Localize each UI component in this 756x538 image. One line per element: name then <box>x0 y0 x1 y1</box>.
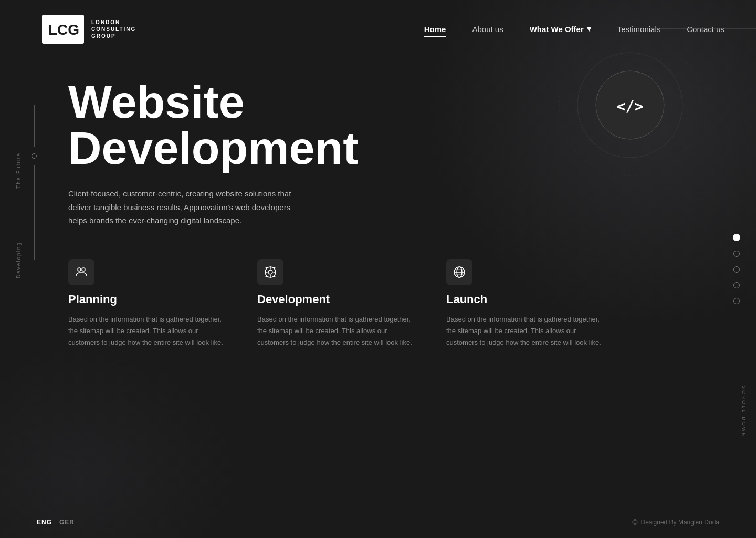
development-description: Based on the information that is gathere… <box>257 314 415 348</box>
sidebar-left: The Future Developing <box>32 105 37 260</box>
feature-development: Development Based on the information tha… <box>257 259 415 348</box>
launch-title: Launch <box>446 293 604 306</box>
lang-eng[interactable]: ENG <box>37 519 52 526</box>
feature-launch: Launch Based on the information that is … <box>446 259 604 348</box>
nav-dots <box>733 234 740 304</box>
nav-home[interactable]: Home <box>424 25 446 34</box>
features-section: Planning Based on the information that i… <box>68 259 704 348</box>
nav-dot-1[interactable] <box>733 234 740 241</box>
nav-dot-2[interactable] <box>733 251 740 257</box>
nav-about[interactable]: About us <box>472 25 503 34</box>
svg-point-9 <box>266 267 267 268</box>
copyright-text: Designed By Mariglen Doda <box>641 519 719 526</box>
planning-description: Based on the information that is gathere… <box>68 314 226 348</box>
lang-ger[interactable]: GER <box>59 519 75 526</box>
planning-icon <box>68 259 94 285</box>
planning-title: Planning <box>68 293 226 306</box>
scroll-down-text: SCROLL DOWN <box>741 386 747 438</box>
hero-title: Website Development <box>68 79 383 171</box>
svg-point-6 <box>82 268 85 271</box>
nav-dot-4[interactable] <box>733 282 740 288</box>
nav-dot-5[interactable] <box>733 298 740 304</box>
hero-description: Client-focused, customer-centric, creati… <box>68 187 294 227</box>
nav-line <box>651 29 756 29</box>
copyright: © Designed By Mariglen Doda <box>632 518 719 526</box>
launch-description: Based on the information that is gathere… <box>446 314 604 348</box>
sidebar-line-bottom <box>34 165 35 260</box>
svg-point-10 <box>274 267 276 268</box>
header: LCG LONDON CONSULTING GROUP Home About u… <box>0 0 756 58</box>
feature-planning: Planning Based on the information that i… <box>68 259 226 348</box>
svg-point-5 <box>78 268 81 271</box>
launch-icon <box>446 259 472 285</box>
chevron-down-icon: ▾ <box>587 24 591 34</box>
footer: ENG GER © Designed By Mariglen Doda <box>0 506 756 538</box>
sidebar-dot <box>32 153 37 159</box>
main-content: Website Development Client-focused, cust… <box>68 79 704 348</box>
copyright-icon: © <box>632 518 637 526</box>
sidebar-label-future: The Future <box>16 152 22 189</box>
sidebar-line-top <box>34 105 35 147</box>
logo-text: LONDON CONSULTING GROUP <box>91 19 136 39</box>
svg-point-8 <box>268 270 272 274</box>
svg-text:LCG: LCG <box>48 22 79 38</box>
development-icon <box>257 259 284 285</box>
language-switcher: ENG GER <box>37 519 75 526</box>
svg-point-12 <box>274 275 276 277</box>
nav-what-we-offer[interactable]: What We Offer ▾ <box>530 24 591 34</box>
svg-point-11 <box>266 275 267 277</box>
logo[interactable]: LCG LONDON CONSULTING GROUP <box>42 15 136 44</box>
sidebar-label-developing: Developing <box>16 242 22 278</box>
scroll-down[interactable]: SCROLL DOWN <box>741 386 747 485</box>
logo-box: LCG <box>42 15 84 44</box>
development-title: Development <box>257 293 415 306</box>
nav-dot-3[interactable] <box>733 266 740 273</box>
scroll-down-line <box>744 443 744 485</box>
